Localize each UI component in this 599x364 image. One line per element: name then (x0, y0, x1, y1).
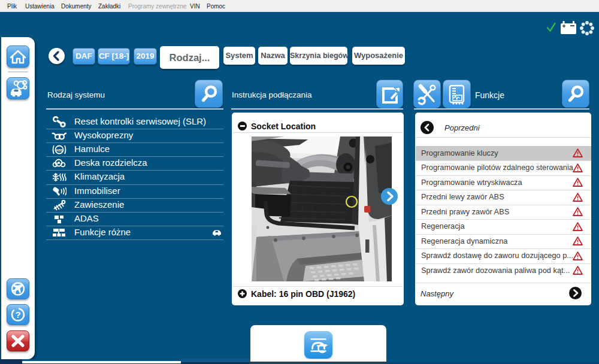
svg-text:?: ? (15, 310, 20, 320)
svg-text:ABS: ABS (56, 148, 63, 151)
